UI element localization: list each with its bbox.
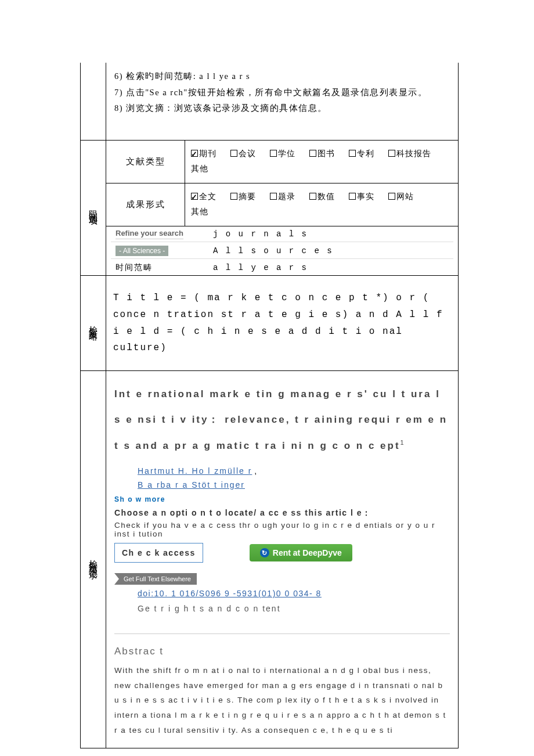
checkbox-other: 其他 xyxy=(191,207,208,216)
checkbox-icon xyxy=(309,193,316,200)
allsci-row: - All Sciences - A l l s o u r c e s xyxy=(111,243,453,259)
form-label: 成果形式 xyxy=(106,183,185,226)
doctype-label: 文献类型 xyxy=(106,141,185,183)
check-access-button[interactable]: Ch e c k access xyxy=(114,543,203,563)
authors-block: Hartmut H. Ho l zmülle r , B a rba r a S… xyxy=(114,465,450,492)
checkbox-icon xyxy=(191,150,198,157)
refine-row: Refine your search j o u r n a l s xyxy=(111,226,453,242)
allsci-value: A l l s o u r c e s xyxy=(208,243,453,258)
checkbox-item[interactable]: 事实 xyxy=(349,189,374,205)
limits-row: 限制选项 文献类型 期刊会议学位图书专利科技报告其他 成果形式 全文摘要题录数值… xyxy=(81,140,458,275)
checkbox-label: 学位 xyxy=(278,149,295,158)
checkbox-label: 专利 xyxy=(357,149,374,158)
checkbox-item[interactable]: 题录 xyxy=(270,189,295,205)
checkbox-icon xyxy=(349,193,356,200)
check-access-text: Check if you ha v e a c cess thr o ugh y… xyxy=(114,521,450,538)
refine-label: Refine your search xyxy=(111,226,208,242)
result-section-label: 检索结果记录 xyxy=(81,371,106,748)
checkbox-item[interactable]: 摘要 xyxy=(230,189,256,205)
rent-deepdyve-button[interactable]: ↻ Rent at DeepDyve xyxy=(250,544,352,561)
form-row: 成果形式 全文摘要题录数值事实网站其他 xyxy=(106,183,458,226)
divider xyxy=(114,633,450,634)
step-6: 6) 检索旳时间范畴: a l l ye a r s xyxy=(114,69,450,85)
checkbox-label: 摘要 xyxy=(239,192,256,201)
checkbox-icon xyxy=(349,150,356,157)
doi-block: doi:10. 1 016/S096 9 -5931(01)0 0 034- 8… xyxy=(114,587,450,616)
time-value: a l l y e a r s xyxy=(208,260,453,275)
checkbox-other: 其他 xyxy=(191,164,208,173)
steps-content: 6) 检索旳时间范畴: a l l ye a r s 7) 点击"Se a rc… xyxy=(106,63,458,140)
checkbox-icon xyxy=(230,193,237,200)
document-table: 6) 检索旳时间范畴: a l l ye a r s 7) 点击"Se a rc… xyxy=(80,63,459,748)
checkbox-icon xyxy=(270,193,277,200)
step-7: 7) 点击"Se a rch"按钮开始检索，所有命中文献篇名及题录信息列表显示。 xyxy=(114,85,450,101)
doi-link[interactable]: doi:10. 1 016/S096 9 -5931(01)0 0 034- 8 xyxy=(138,589,322,598)
doctype-list: 期刊会议学位图书专利科技报告其他 xyxy=(185,141,458,183)
strategy-row: 检索策略 T i t l e = ( ma r k e t c o n c e … xyxy=(81,275,458,370)
checkbox-icon xyxy=(230,150,237,157)
checkbox-item[interactable]: 学位 xyxy=(270,146,295,162)
strategy-text: T i t l e = ( ma r k e t c o n c e p t *… xyxy=(106,276,458,370)
checkbox-icon xyxy=(270,150,277,157)
access-buttons: Ch e c k access ↻ Rent at DeepDyve xyxy=(114,543,450,563)
checkbox-label: 全文 xyxy=(199,192,217,201)
allsci-label: - All Sciences - xyxy=(111,243,208,258)
get-full-text-button[interactable]: Get Full Text Elsewhere xyxy=(114,573,197,585)
show-more-link[interactable]: Sh o w more xyxy=(114,495,450,503)
checkbox-label: 数值 xyxy=(317,192,335,201)
checkbox-icon xyxy=(388,150,395,157)
abstract-text: With the shift fr o m n at i o nal to i … xyxy=(114,663,450,737)
time-label: 时间范畴 xyxy=(111,260,208,275)
checkbox-label: 科技报告 xyxy=(396,149,431,158)
steps-label-empty xyxy=(81,63,106,140)
strategy-section-label: 检索策略 xyxy=(81,276,106,370)
deepdyve-icon: ↻ xyxy=(260,548,269,557)
abstract-heading: Abstrac t xyxy=(114,646,450,657)
limits-content: 文献类型 期刊会议学位图书专利科技报告其他 成果形式 全文摘要题录数值事实网站其… xyxy=(106,141,458,275)
author-link-1[interactable]: Hartmut H. Ho l zmülle r xyxy=(138,466,252,476)
result-content: Int e rnational mark e tin g manag e r s… xyxy=(106,371,458,748)
filter-rows: Refine your search j o u r n a l s - All… xyxy=(106,226,458,275)
steps-row: 6) 检索旳时间范畴: a l l ye a r s 7) 点击"Se a rc… xyxy=(81,63,458,140)
checkbox-label: 题录 xyxy=(278,192,295,201)
checkbox-icon xyxy=(191,193,198,200)
step-8: 8) 浏览文摘：浏览该条记录涉及文摘的具体信息。 xyxy=(114,100,450,117)
limits-section-label: 限制选项 xyxy=(81,141,106,275)
result-row: 检索结果记录 Int e rnational mark e tin g mana… xyxy=(81,370,458,748)
checkbox-item[interactable]: 期刊 xyxy=(191,146,217,162)
checkbox-icon xyxy=(388,193,395,200)
checkbox-item[interactable]: 数值 xyxy=(309,189,335,205)
checkbox-icon xyxy=(309,150,316,157)
choose-option-heading: Choose a n opti o n t o locate/ a cc e s… xyxy=(114,508,450,519)
checkbox-label: 网站 xyxy=(396,192,414,201)
checkbox-label: 事实 xyxy=(357,192,374,201)
checkbox-item[interactable]: 图书 xyxy=(309,146,335,162)
author-link-2[interactable]: B a rba r a Stöt t inger xyxy=(138,480,245,489)
refine-value: j o u r n a l s xyxy=(208,226,453,242)
title-footnote-sup: 1 xyxy=(400,439,406,446)
form-list: 全文摘要题录数值事实网站其他 xyxy=(185,183,458,226)
checkbox-label: 会议 xyxy=(239,149,256,158)
checkbox-label: 图书 xyxy=(317,149,335,158)
checkbox-item[interactable]: 全文 xyxy=(191,189,217,205)
time-row: 时间范畴 a l l y e a r s xyxy=(111,260,453,275)
checkbox-item[interactable]: 专利 xyxy=(349,146,374,162)
doctype-row: 文献类型 期刊会议学位图书专利科技报告其他 xyxy=(106,141,458,183)
checkbox-item[interactable]: 科技报告 xyxy=(388,146,431,162)
article-title: Int e rnational mark e tin g manag e r s… xyxy=(114,381,450,459)
rights-link[interactable]: Ge t r i g h t s a n d c o n tent xyxy=(138,602,450,616)
checkbox-item[interactable]: 网站 xyxy=(388,189,414,205)
checkbox-item[interactable]: 会议 xyxy=(230,146,256,162)
checkbox-label: 期刊 xyxy=(199,149,217,158)
